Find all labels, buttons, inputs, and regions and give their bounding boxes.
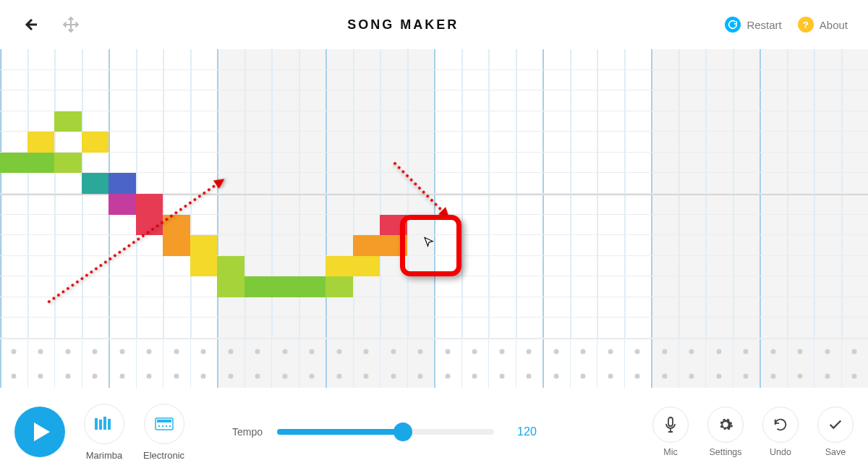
perc-cell[interactable] [527, 349, 532, 354]
perc-cell[interactable] [581, 349, 586, 354]
note-cell[interactable] [82, 173, 109, 194]
note-cell[interactable] [217, 256, 244, 277]
perc-cell[interactable] [744, 374, 749, 379]
tempo-slider[interactable] [277, 429, 494, 435]
note-cell[interactable] [353, 256, 380, 277]
perc-cell[interactable] [119, 374, 124, 379]
perc-cell[interactable] [744, 349, 749, 354]
perc-cell[interactable] [445, 374, 450, 379]
perc-cell[interactable] [93, 349, 98, 354]
perc-cell[interactable] [174, 349, 179, 354]
perc-cell[interactable] [65, 349, 70, 354]
perc-cell[interactable] [310, 374, 315, 379]
perc-cell[interactable] [608, 374, 613, 379]
note-cell[interactable] [0, 153, 27, 174]
perc-cell[interactable] [798, 349, 803, 354]
note-cell[interactable] [109, 173, 136, 194]
perc-cell[interactable] [635, 374, 640, 379]
perc-cell[interactable] [310, 349, 315, 354]
perc-cell[interactable] [418, 349, 423, 354]
perc-cell[interactable] [689, 349, 694, 354]
note-cell[interactable] [136, 194, 163, 215]
perc-cell[interactable] [201, 374, 206, 379]
note-cell[interactable] [190, 256, 218, 277]
perc-cell[interactable] [499, 374, 504, 379]
perc-cell[interactable] [445, 349, 450, 354]
restart-button[interactable]: Restart [725, 17, 781, 33]
perc-cell[interactable] [608, 349, 613, 354]
note-cell[interactable] [54, 153, 82, 174]
perc-cell[interactable] [282, 374, 287, 379]
perc-cell[interactable] [147, 374, 152, 379]
perc-cell[interactable] [174, 374, 179, 379]
perc-cell[interactable] [11, 374, 16, 379]
note-cell[interactable] [271, 276, 299, 297]
note-cell[interactable] [109, 194, 136, 215]
perc-cell[interactable] [662, 374, 667, 379]
save-button[interactable]: Save [817, 407, 854, 457]
perc-cell[interactable] [255, 349, 260, 354]
perc-cell[interactable] [228, 374, 233, 379]
settings-button[interactable]: Settings [707, 407, 744, 457]
perc-cell[interactable] [499, 349, 504, 354]
note-cell[interactable] [27, 132, 55, 153]
note-cell[interactable] [326, 276, 353, 297]
perc-cell[interactable] [255, 374, 260, 379]
note-cell[interactable] [163, 235, 190, 256]
melody-grid[interactable] [0, 49, 868, 339]
about-button[interactable]: ? About [798, 17, 848, 33]
note-cell[interactable] [299, 276, 326, 297]
perc-cell[interactable] [391, 349, 396, 354]
perc-cell[interactable] [38, 374, 43, 379]
melody-instrument-selector[interactable]: Marimba [84, 404, 124, 461]
perc-cell[interactable] [364, 349, 369, 354]
perc-cell[interactable] [852, 374, 857, 379]
perc-cell[interactable] [472, 374, 477, 379]
perc-instrument-selector[interactable]: Electronic [143, 404, 184, 461]
note-cell[interactable] [82, 132, 109, 153]
perc-cell[interactable] [798, 374, 803, 379]
play-button[interactable] [14, 407, 65, 457]
perc-cell[interactable] [527, 374, 532, 379]
note-cell[interactable] [353, 235, 380, 256]
note-cell[interactable] [244, 276, 272, 297]
perc-cell[interactable] [825, 349, 830, 354]
perc-cell[interactable] [336, 374, 341, 379]
note-cell[interactable] [27, 153, 55, 174]
perc-cell[interactable] [472, 349, 477, 354]
perc-cell[interactable] [852, 349, 857, 354]
perc-cell[interactable] [364, 374, 369, 379]
perc-cell[interactable] [662, 349, 667, 354]
tempo-slider-thumb[interactable] [393, 422, 412, 441]
note-cell[interactable] [190, 235, 218, 256]
perc-cell[interactable] [201, 349, 206, 354]
perc-cell[interactable] [11, 349, 16, 354]
perc-cell[interactable] [689, 374, 694, 379]
perc-cell[interactable] [716, 349, 721, 354]
perc-cell[interactable] [65, 374, 70, 379]
note-cell[interactable] [217, 276, 244, 297]
perc-cell[interactable] [93, 374, 98, 379]
perc-cell[interactable] [119, 349, 124, 354]
percussion-grid[interactable] [0, 339, 868, 388]
perc-cell[interactable] [147, 349, 152, 354]
move-tool-button[interactable] [61, 14, 81, 35]
perc-cell[interactable] [418, 374, 423, 379]
perc-cell[interactable] [228, 349, 233, 354]
perc-cell[interactable] [38, 349, 43, 354]
perc-cell[interactable] [581, 374, 586, 379]
perc-cell[interactable] [336, 349, 341, 354]
perc-cell[interactable] [553, 374, 558, 379]
perc-cell[interactable] [716, 374, 721, 379]
perc-cell[interactable] [282, 349, 287, 354]
perc-cell[interactable] [391, 374, 396, 379]
undo-button[interactable]: Undo [762, 407, 799, 457]
mic-button[interactable]: Mic [652, 407, 689, 457]
perc-cell[interactable] [635, 349, 640, 354]
perc-cell[interactable] [553, 349, 558, 354]
back-button[interactable] [20, 14, 41, 35]
note-cell[interactable] [326, 256, 353, 277]
note-cell[interactable] [54, 111, 82, 132]
perc-cell[interactable] [825, 374, 830, 379]
perc-cell[interactable] [770, 349, 775, 354]
